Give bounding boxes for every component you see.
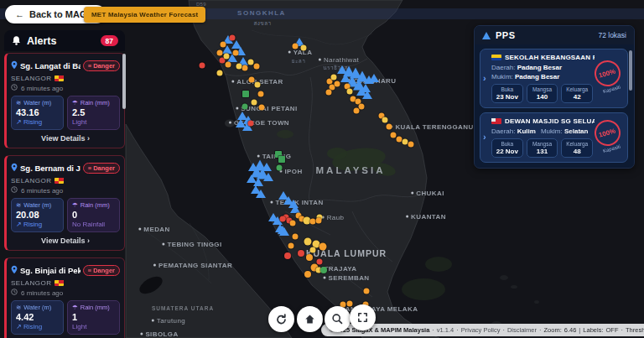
rain-label: Rain (mm) xyxy=(80,99,110,107)
chip-label: Mangsa xyxy=(528,86,557,92)
alert-dot-marker[interactable] xyxy=(248,121,254,127)
alert-card[interactable]: Sg. Binjai di Pekan Me...≡DangerSELANGOR… xyxy=(4,257,125,338)
alert-dot-marker[interactable] xyxy=(221,42,226,48)
alert-dot-marker[interactable] xyxy=(359,104,365,110)
pps-card[interactable]: ›DEWAN MASJID SG SELUANGDaerah: KulimMuk… xyxy=(480,112,628,163)
home-button[interactable] xyxy=(297,306,323,332)
alert-time-row: 6 minutes ago xyxy=(11,84,120,92)
pps-marker-icon[interactable] xyxy=(290,205,300,213)
view-details-link[interactable]: View Details › xyxy=(11,232,120,247)
clock-icon xyxy=(11,186,18,195)
location-field-label: Mukim: xyxy=(541,127,564,135)
alert-dot-marker[interactable] xyxy=(354,108,360,114)
pps-marker-icon[interactable] xyxy=(263,173,273,181)
labels-toggle-value[interactable]: OFF xyxy=(605,326,618,334)
home-icon xyxy=(304,313,316,325)
pps-triangle-icon xyxy=(482,32,491,39)
pps-marker-icon[interactable] xyxy=(278,226,288,234)
alert-timestamp: 6 minutes ago xyxy=(21,187,63,195)
pps-marker-icon[interactable] xyxy=(362,91,372,99)
chevron-right-icon[interactable]: › xyxy=(483,132,486,142)
alert-dot-marker[interactable] xyxy=(331,75,337,81)
alert-dot-marker[interactable] xyxy=(284,252,291,259)
alert-dot-marker[interactable] xyxy=(326,90,332,96)
alert-dot-marker[interactable] xyxy=(347,89,353,95)
alert-dot-marker[interactable] xyxy=(230,35,236,41)
alert-card[interactable]: Sg. Bernam di Jambat...≡DangerSELANGOR6 … xyxy=(4,155,125,251)
alert-dot-marker[interactable] xyxy=(335,81,340,87)
alert-dot-marker[interactable] xyxy=(224,54,230,60)
alert-dot-marker[interactable] xyxy=(252,100,257,106)
pps-marker-icon[interactable] xyxy=(369,74,379,82)
alert-dot-marker[interactable] xyxy=(233,50,239,56)
rain-icon: ☂ xyxy=(72,99,78,107)
station-square-marker[interactable] xyxy=(242,91,249,97)
alert-dot-marker[interactable] xyxy=(254,64,260,70)
map-pin-icon xyxy=(11,263,18,278)
pps-scrollbar[interactable] xyxy=(629,50,632,91)
alert-dot-marker[interactable] xyxy=(277,165,283,171)
alert-dot-marker[interactable] xyxy=(298,250,304,257)
alert-dot-marker[interactable] xyxy=(347,301,353,307)
alert-dot-marker[interactable] xyxy=(258,91,264,97)
alert-dot-marker[interactable] xyxy=(290,221,296,226)
alert-dot-marker[interactable] xyxy=(402,139,408,145)
alert-dot-marker[interactable] xyxy=(236,64,242,70)
alert-dot-marker[interactable] xyxy=(288,243,294,249)
separator: | xyxy=(579,326,580,334)
alert-dot-marker[interactable] xyxy=(226,62,231,68)
alert-dot-marker[interactable] xyxy=(310,247,316,253)
alert-dot-marker[interactable] xyxy=(397,137,402,143)
alerts-scrollbar[interactable] xyxy=(122,54,126,109)
alert-dot-marker[interactable] xyxy=(242,65,248,71)
alert-dot-marker[interactable] xyxy=(306,254,313,261)
disclaimer-link[interactable]: Disclaimer xyxy=(507,326,537,334)
alert-dot-marker[interactable] xyxy=(304,271,311,278)
alert-dot-marker[interactable] xyxy=(391,133,397,138)
view-details-link[interactable]: View Details › xyxy=(11,335,120,338)
alert-dot-marker[interactable] xyxy=(320,267,327,273)
alert-dot-marker[interactable] xyxy=(200,63,205,69)
alert-state-row: SELANGOR xyxy=(11,75,120,82)
zoom-value: 6.46 xyxy=(564,326,577,334)
alert-dot-marker[interactable] xyxy=(217,50,223,56)
refresh-button[interactable] xyxy=(268,306,294,332)
water-level-box: ≋Water (m)4.42↗ Rising xyxy=(11,300,64,335)
alert-dot-marker[interactable] xyxy=(310,219,316,225)
alerts-panel: Alerts 87 Sg. Langat di Batu 12≡DangerSE… xyxy=(4,30,125,338)
alert-dot-marker[interactable] xyxy=(293,44,299,49)
alert-state-row: SELANGOR xyxy=(11,177,120,185)
chevron-right-icon[interactable]: › xyxy=(483,73,486,83)
alert-dot-marker[interactable] xyxy=(248,60,254,65)
alert-dot-marker[interactable] xyxy=(364,289,370,294)
alert-dot-marker[interactable] xyxy=(259,105,265,111)
alert-dot-marker[interactable] xyxy=(319,243,327,251)
pps-marker-icon[interactable] xyxy=(256,190,266,198)
fullscreen-button[interactable] xyxy=(350,304,376,330)
alert-dot-marker[interactable] xyxy=(293,234,299,240)
alert-dot-marker[interactable] xyxy=(249,77,255,83)
alert-time-row: 6 minutes ago xyxy=(11,289,120,297)
station-square-marker[interactable] xyxy=(278,156,285,163)
alert-dot-marker[interactable] xyxy=(304,238,312,246)
alert-dot-marker[interactable] xyxy=(280,216,286,222)
privacy-policy-link[interactable]: Privacy Policy xyxy=(461,326,501,334)
alert-dot-marker[interactable] xyxy=(217,70,223,76)
view-details-link[interactable]: View Details › xyxy=(11,130,120,145)
alert-dot-marker[interactable] xyxy=(255,82,261,88)
met-forecast-button[interactable]: MET Malaysia Weather Forecast xyxy=(84,7,205,23)
rain-description: Light xyxy=(72,323,115,330)
pps-stat-chip: Mangsa131 xyxy=(527,138,558,158)
alert-dot-marker[interactable] xyxy=(316,218,322,224)
alert-dot-marker[interactable] xyxy=(387,124,392,130)
search-button[interactable] xyxy=(325,306,351,332)
alert-dot-marker[interactable] xyxy=(382,117,388,123)
alert-dot-marker[interactable] xyxy=(317,259,323,265)
alert-dot-marker[interactable] xyxy=(242,104,248,110)
chip-value: 140 xyxy=(528,93,557,101)
pps-card[interactable]: ›SEKOLAH KEBANGSAAN FELD...Daerah: Padan… xyxy=(480,49,628,108)
alert-card[interactable]: Sg. Langat di Batu 12≡DangerSELANGOR6 mi… xyxy=(4,53,125,148)
alert-dot-marker[interactable] xyxy=(408,142,414,148)
alert-dot-marker[interactable] xyxy=(301,45,307,51)
version-text: v1.1.4 xyxy=(437,326,454,334)
